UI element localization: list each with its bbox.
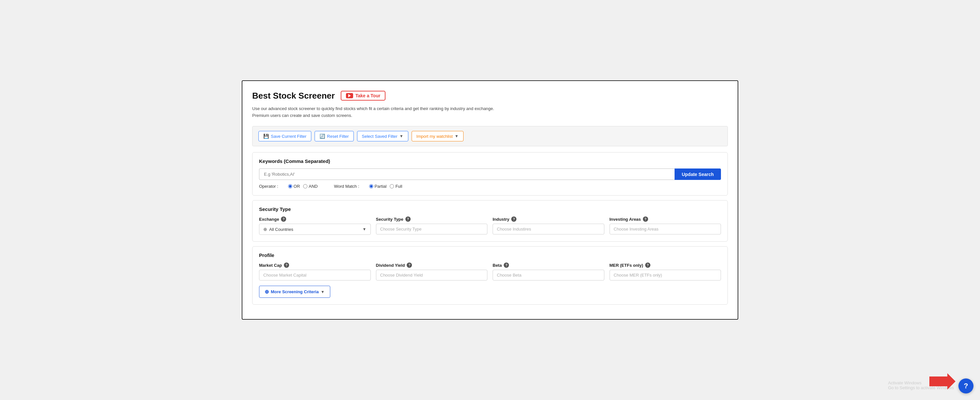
and-radio[interactable] [303, 184, 307, 189]
mer-field: MER (ETFs only) ? Choose MER (ETFs only) [609, 262, 721, 281]
beta-label: Beta [493, 263, 502, 268]
or-radio-label[interactable]: OR [288, 184, 300, 189]
security-type-label-row: Security Type ? [376, 216, 488, 222]
plus-icon: ⊕ [265, 289, 269, 295]
youtube-icon [346, 93, 353, 98]
keywords-section-title: Keywords (Comma Separated) [259, 159, 721, 164]
operator-group: OR AND [288, 184, 318, 189]
exchange-chevron-icon: ▼ [363, 227, 366, 232]
exchange-select[interactable]: ⊕ All Countries ▼ [259, 224, 371, 235]
dividend-yield-help-icon[interactable]: ? [407, 262, 412, 268]
security-type-label: Security Type [376, 217, 403, 222]
profile-fields-grid: Market Cap ? Choose Market Capital Divid… [259, 262, 721, 281]
keywords-input[interactable] [259, 168, 675, 180]
operator-row: Operator : OR AND Word Match : Partial [259, 184, 721, 189]
investing-areas-label-row: Investing Areas ? [609, 216, 721, 222]
title-row: Best Stock Screener Take a Tour [252, 91, 728, 101]
industry-label: Industry [493, 217, 509, 222]
dividend-yield-label: Dividend Yield [376, 263, 405, 268]
security-type-section-title: Security Type [259, 206, 721, 212]
exchange-help-icon[interactable]: ? [281, 216, 286, 222]
industry-help-icon[interactable]: ? [511, 216, 517, 222]
investing-areas-label: Investing Areas [609, 217, 641, 222]
partial-radio[interactable] [369, 184, 373, 189]
tour-btn-label: Take a Tour [355, 93, 380, 98]
profile-section: Profile Market Cap ? Choose Market Capit… [252, 246, 728, 305]
update-search-button[interactable]: Update Search [675, 168, 721, 180]
beta-label-row: Beta ? [493, 262, 605, 268]
market-cap-label: Market Cap [259, 263, 282, 268]
beta-field: Beta ? Choose Beta [493, 262, 605, 281]
investing-areas-help-icon[interactable]: ? [643, 216, 648, 222]
reset-filter-button[interactable]: 🔄 Reset Filter [315, 131, 353, 141]
filter-toolbar: 💾 Save Current Filter 🔄 Reset Filter Sel… [252, 126, 728, 146]
full-radio[interactable] [390, 184, 394, 189]
chevron-down-icon-2: ▼ [455, 134, 459, 138]
take-tour-button[interactable]: Take a Tour [341, 91, 386, 101]
or-radio[interactable] [288, 184, 293, 189]
keywords-input-row: Update Search [259, 168, 721, 180]
industry-select[interactable]: Choose Industires [493, 224, 605, 235]
globe-icon: ⊕ [263, 227, 267, 232]
investing-areas-select[interactable]: Choose Investing Areas [609, 224, 721, 235]
operator-label: Operator : [259, 184, 278, 189]
investing-areas-field: Investing Areas ? Choose Investing Areas [609, 216, 721, 235]
chevron-down-icon: ▼ [399, 134, 403, 138]
security-type-section: Security Type Exchange ? ⊕ All Countries… [252, 200, 728, 241]
mer-label: MER (ETFs only) [609, 263, 643, 268]
select-saved-filter-button[interactable]: Select Saved Filter ▼ [357, 131, 408, 141]
full-radio-label[interactable]: Full [390, 184, 402, 189]
more-btn-chevron-icon: ▼ [321, 290, 325, 294]
security-type-help-icon[interactable]: ? [406, 216, 410, 222]
import-watchlist-button[interactable]: Import my watchlist ▼ [412, 131, 463, 141]
mer-label-row: MER (ETFs only) ? [609, 262, 721, 268]
wordmatch-group: Partial Full [369, 184, 402, 189]
profile-section-title: Profile [259, 252, 721, 258]
windows-watermark: Activate Windows Go to Settings to activ… [888, 380, 954, 390]
page-title: Best Stock Screener [252, 91, 335, 101]
keywords-section: Keywords (Comma Separated) Update Search… [252, 152, 728, 195]
svg-marker-0 [929, 373, 956, 390]
market-cap-label-row: Market Cap ? [259, 262, 371, 268]
save-icon: 💾 [263, 133, 269, 139]
dividend-yield-select[interactable]: Choose Dividend Yield [376, 270, 488, 281]
reset-icon: 🔄 [320, 133, 325, 139]
main-container: Best Stock Screener Take a Tour Use our … [242, 80, 738, 320]
security-type-select[interactable]: Choose Security Type [376, 224, 488, 235]
save-filter-button[interactable]: 💾 Save Current Filter [258, 131, 311, 141]
dividend-yield-field: Dividend Yield ? Choose Dividend Yield [376, 262, 488, 281]
exchange-label: Exchange [259, 217, 279, 222]
security-type-field: Security Type ? Choose Security Type [376, 216, 488, 235]
mer-help-icon[interactable]: ? [645, 262, 651, 268]
subtitle: Use our advanced stock screener to quick… [252, 105, 728, 119]
industry-field: Industry ? Choose Industires [493, 216, 605, 235]
industry-label-row: Industry ? [493, 216, 605, 222]
market-cap-select[interactable]: Choose Market Capital [259, 270, 371, 281]
beta-select[interactable]: Choose Beta [493, 270, 605, 281]
arrow-decoration [929, 373, 956, 391]
exchange-field: Exchange ? ⊕ All Countries ▼ [259, 216, 371, 235]
mer-select[interactable]: Choose MER (ETFs only) [609, 270, 721, 281]
dividend-yield-label-row: Dividend Yield ? [376, 262, 488, 268]
market-cap-help-icon[interactable]: ? [284, 262, 289, 268]
partial-radio-label[interactable]: Partial [369, 184, 387, 189]
more-screening-criteria-button[interactable]: ⊕ More Screening Criteria ▼ [259, 286, 330, 298]
market-cap-field: Market Cap ? Choose Market Capital [259, 262, 371, 281]
exchange-label-row: Exchange ? [259, 216, 371, 222]
and-radio-label[interactable]: AND [303, 184, 318, 189]
help-fab-button[interactable]: ? [958, 378, 974, 394]
wordmatch-label: Word Match : [334, 184, 359, 189]
security-fields-grid: Exchange ? ⊕ All Countries ▼ Security Ty… [259, 216, 721, 235]
beta-help-icon[interactable]: ? [504, 262, 509, 268]
